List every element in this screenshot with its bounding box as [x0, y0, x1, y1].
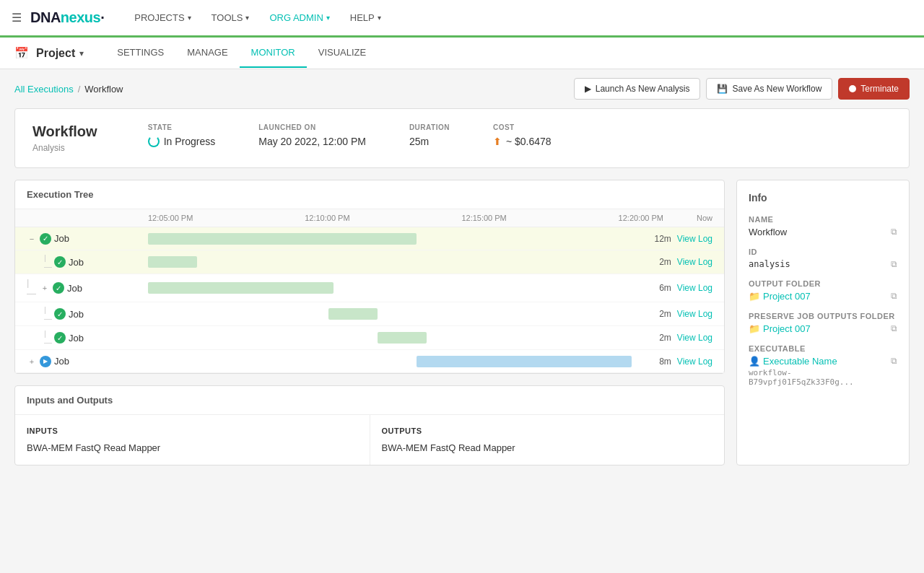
execution-tree-header: Execution Tree: [15, 180, 724, 209]
nav-tools[interactable]: TOOLS ▾: [203, 8, 258, 27]
timeline-now: Now: [669, 214, 712, 222]
execution-tree: Execution Tree 12:05:00 PM 12:10:00 PM 1…: [14, 180, 725, 374]
info-output-folder-section: Output Folder 📁 Project 007 ⧉: [749, 279, 897, 302]
project-dropdown-icon[interactable]: ▾: [79, 48, 84, 58]
folder-icon: 📁: [749, 291, 760, 302]
info-name-value: Workflow: [749, 227, 787, 237]
action-buttons: ▶ Launch As New Analysis 💾 Save As New W…: [574, 78, 910, 100]
sub-nav-tabs: SETTINGS MANAGE MONITOR VISUALIZE: [105, 38, 378, 68]
info-panel: Info Name Workflow ⧉ ID analysis ⧉ Outpu…: [736, 180, 910, 465]
folder-icon: 📁: [749, 323, 760, 334]
timeline-t1: 12:05:00 PM: [148, 214, 193, 222]
job-bar: [148, 282, 334, 294]
io-body: INPUTS BWA-MEM FastQ Read Mapper OUTPUTS…: [15, 415, 724, 465]
job-status-check: ✓: [54, 256, 66, 268]
breadcrumb-separator: /: [78, 84, 81, 95]
job-status-check: ✓: [54, 308, 66, 320]
tab-settings[interactable]: SETTINGS: [105, 38, 175, 68]
save-as-new-workflow-button[interactable]: 💾 Save As New Workflow: [706, 78, 832, 100]
job-bar: [417, 356, 632, 367]
breadcrumb-all-executions[interactable]: All Executions: [14, 84, 74, 95]
left-panel: Execution Tree 12:05:00 PM 12:10:00 PM 1…: [14, 180, 725, 465]
nav-projects[interactable]: PROJECTS ▾: [126, 8, 199, 27]
job-row: |— ✓ Job 2m View Log: [15, 250, 724, 274]
person-icon: 👤: [749, 356, 760, 367]
executable-link[interactable]: 👤 Executable Name: [749, 356, 891, 367]
executable-sub: workflow-B79vpfj01F5qZk33F0g...: [749, 368, 891, 387]
terminate-dot-icon: [849, 85, 856, 92]
cost-value: ⬆ ~ $0.6478: [493, 136, 552, 147]
job-row: |— ✓ Job 2m View Log: [15, 302, 724, 326]
copy-icon[interactable]: ⧉: [891, 291, 897, 301]
workflow-subtitle: Analysis: [32, 143, 97, 153]
view-log-link[interactable]: View Log: [677, 257, 712, 267]
job-status-check: ✓: [53, 282, 64, 294]
inputs-outputs-panel: Inputs and Outputs INPUTS BWA-MEM FastQ …: [14, 385, 725, 465]
sub-nav: 📅 Project ▾ SETTINGS MANAGE MONITOR VISU…: [0, 38, 924, 69]
meta-cost: COST ⬆ ~ $0.6478: [493, 123, 552, 147]
output-folder-link[interactable]: 📁 Project 007: [749, 291, 811, 302]
meta-launched: LAUNCHED ON May 20 2022, 12:00 PM: [258, 123, 366, 147]
view-log-link[interactable]: View Log: [677, 234, 712, 244]
workflow-meta: STATE In Progress LAUNCHED ON May 20 202…: [148, 123, 552, 147]
job-bar: [148, 233, 417, 245]
tab-manage[interactable]: MANAGE: [175, 38, 239, 68]
state-value: In Progress: [148, 136, 216, 147]
nav-items: PROJECTS ▾ TOOLS ▾ ORG ADMIN ▾ HELP ▾: [126, 8, 390, 27]
info-name-section: Name Workflow ⧉: [749, 215, 897, 237]
job-row: |— ✓ Job 2m View Log: [15, 326, 724, 350]
info-executable-section: Executable 👤 Executable Name workflow-B7…: [749, 344, 897, 387]
workflow-info: Workflow Analysis: [32, 123, 97, 153]
hamburger-icon[interactable]: ☰: [12, 11, 22, 25]
nav-help[interactable]: HELP ▾: [341, 8, 390, 27]
view-log-link[interactable]: View Log: [677, 309, 712, 319]
launched-value: May 20 2022, 12:00 PM: [258, 136, 366, 147]
terminate-button[interactable]: Terminate: [838, 78, 910, 100]
project-title: Project: [36, 47, 75, 60]
duration-value: 25m: [409, 136, 450, 147]
collapse-button[interactable]: −: [27, 235, 37, 243]
copy-icon[interactable]: ⧉: [891, 227, 897, 237]
tab-monitor[interactable]: MONITOR: [240, 38, 307, 68]
io-panel-header: Inputs and Outputs: [15, 386, 724, 415]
job-row: |— + ✓ Job 6m View Log: [15, 274, 724, 302]
expand-button[interactable]: +: [27, 357, 37, 366]
timeline-header: 12:05:00 PM 12:10:00 PM 12:15:00 PM 12:2…: [15, 209, 724, 227]
breadcrumb: All Executions / Workflow: [14, 84, 123, 95]
copy-icon[interactable]: ⧉: [891, 259, 897, 269]
tree-line: |—: [44, 329, 51, 346]
job-row: + ▶ Job 8m View Log: [15, 350, 724, 373]
tree-line: |—: [27, 277, 37, 299]
inputs-label: INPUTS: [27, 427, 358, 435]
job-status-check: ✓: [54, 332, 66, 344]
top-nav: ☰ DNAnexus· PROJECTS ▾ TOOLS ▾ ORG ADMIN…: [0, 0, 924, 38]
cost-up-icon: ⬆: [493, 136, 502, 147]
tree-line: |—: [44, 305, 51, 323]
launch-as-new-analysis-button[interactable]: ▶ Launch As New Analysis: [574, 78, 701, 100]
view-log-link[interactable]: View Log: [677, 357, 712, 367]
logo: DNAnexus·: [30, 9, 104, 26]
play-icon: ▶: [585, 84, 591, 94]
copy-icon[interactable]: ⧉: [891, 323, 897, 333]
info-id-section: ID analysis ⧉: [749, 248, 897, 269]
view-log-link[interactable]: View Log: [677, 333, 712, 343]
job-row: − ✓ Job 12m View Log: [15, 227, 724, 250]
job-bar: [148, 256, 197, 268]
workflow-card: Workflow Analysis STATE In Progress LAUN…: [14, 108, 910, 168]
preserve-folder-link[interactable]: 📁 Project 007: [749, 323, 811, 334]
job-status-check: ✓: [40, 233, 51, 245]
output-item: BWA-MEM FastQ Read Mapper: [382, 442, 713, 453]
tab-visualize[interactable]: VISUALIZE: [307, 38, 378, 68]
outputs-col: OUTPUTS BWA-MEM FastQ Read Mapper: [370, 415, 725, 465]
info-title: Info: [749, 192, 897, 204]
save-icon: 💾: [717, 84, 728, 94]
nav-org-admin[interactable]: ORG ADMIN ▾: [261, 8, 338, 27]
spinner-icon: [148, 136, 160, 147]
meta-duration: DURATION 25m: [409, 123, 450, 147]
copy-icon[interactable]: ⧉: [891, 356, 897, 366]
view-log-link[interactable]: View Log: [677, 283, 712, 293]
expand-button[interactable]: +: [40, 284, 50, 292]
timeline-t2: 12:10:00 PM: [305, 214, 349, 222]
tree-line: |—: [44, 253, 51, 271]
action-bar: All Executions / Workflow ▶ Launch As Ne…: [0, 69, 924, 108]
